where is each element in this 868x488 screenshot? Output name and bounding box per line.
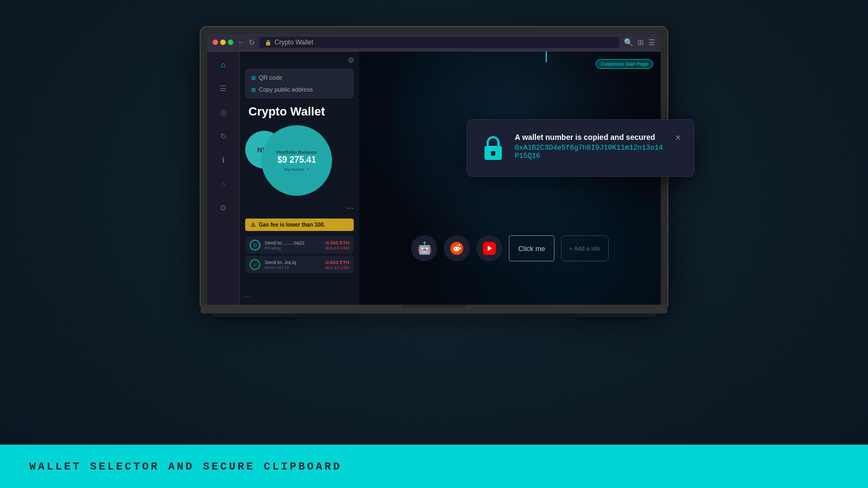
svg-rect-4 xyxy=(491,151,495,156)
wallet-gear-icon[interactable]: ⚙ xyxy=(348,56,355,65)
laptop-hinge xyxy=(401,305,467,308)
bookmark-reddit[interactable] xyxy=(444,235,470,261)
sidebar-info-icon[interactable]: ℹ xyxy=(216,152,231,168)
copy-address-item[interactable]: ⊞ Copy public address xyxy=(246,84,353,95)
tx-to-2: Send to: JoLiq xyxy=(265,260,320,265)
back-button[interactable]: ← xyxy=(238,38,245,47)
sidebar-circle-icon[interactable]: ○ xyxy=(216,176,231,191)
notification-lock-icon-wrap xyxy=(480,133,506,163)
browser-chrome: ← ↻ 🔒 Crypto Wallet 🔍 ⊞ ☰ xyxy=(207,34,661,52)
copy-label: Copy public address xyxy=(259,86,313,93)
customize-start-page-button[interactable]: Customize Start Page xyxy=(596,59,653,69)
tx-usd-2: -$12.13 USD xyxy=(324,265,349,270)
bottom-banner-text: WALLET SELECTOR AND SECURE CLIPBOARD xyxy=(29,460,342,473)
forward-button[interactable]: ↻ xyxy=(248,38,255,47)
notification-popup: A wallet number is copied and secured 0x… xyxy=(467,119,694,177)
tx-eth-1: -0.005 ETH xyxy=(324,240,349,246)
transaction-item-2[interactable]: ✓ Send to: JoLiq Done Oct 15 -0.003 ETH … xyxy=(245,256,354,273)
notification-title: A wallet number is copied and secured xyxy=(515,133,666,142)
copy-icon: ⊞ xyxy=(251,87,256,93)
browser-nav: ← ↻ xyxy=(238,38,255,47)
menu-icon[interactable]: ☰ xyxy=(648,38,655,47)
search-icon[interactable]: 🔍 xyxy=(624,38,633,47)
sidebar-refresh-icon[interactable]: ↻ xyxy=(216,129,231,144)
click-me-button[interactable]: Click me xyxy=(509,235,554,261)
wallet-more-options[interactable]: ··· xyxy=(240,201,359,215)
tx-amount-2: -0.003 ETH -$12.13 USD xyxy=(324,260,349,270)
bookmark-youtube[interactable] xyxy=(476,235,502,261)
transaction-item-1[interactable]: ↻ Send to: .......0a22 Pending -0.005 ET… xyxy=(245,236,354,254)
notification-close-button[interactable]: × xyxy=(675,133,681,143)
bookmark-icon-wrap-1: 🤖 xyxy=(411,235,437,261)
tx-details-2: Send to: JoLiq Done Oct 15 xyxy=(265,260,320,270)
tab-bg-overlay xyxy=(359,52,661,305)
add-site-button[interactable]: + Add a site xyxy=(561,235,609,261)
tab-indicator xyxy=(546,52,547,62)
warning-banner: ⚠ Gas fee is lower than 100. xyxy=(245,219,354,231)
bookmark-icon-wrap-youtube xyxy=(476,235,502,261)
tx-pending-icon: ↻ xyxy=(250,240,260,251)
tx-to-1: Send to: .......0a22 xyxy=(265,240,320,246)
lock-icon xyxy=(481,134,505,162)
window-controls xyxy=(213,40,233,45)
laptop-base xyxy=(201,305,667,313)
portfolio-value: $9 275.41 xyxy=(277,155,316,165)
new-tab-area: Customize Start Page 🤖 xyxy=(359,52,661,305)
notification-address: 0xA1B2C3D4e5f6g7h8I9J10K11m12n13o14P15Q1… xyxy=(515,144,666,160)
qr-code-item[interactable]: ⊞ QR code xyxy=(246,72,353,84)
qr-label: QR code xyxy=(259,74,282,81)
qr-icon: ⊞ xyxy=(251,75,256,81)
close-dot[interactable] xyxy=(213,40,218,45)
tx-amount-1: -0.005 ETH -$19.13 USD xyxy=(324,240,349,251)
transaction-list: ↻ Send to: .......0a22 Pending -0.005 ET… xyxy=(245,236,354,273)
laptop-foot xyxy=(212,313,656,317)
warning-icon: ⚠ xyxy=(251,222,256,228)
tx-usd-1: -$19.13 USD xyxy=(324,246,349,251)
wallet-sidebar: ⌂ ☰ ◎ ↻ ℹ ○ ⚙ xyxy=(207,52,240,305)
wallet-dropdown: ⊞ QR code ⊞ Copy public address xyxy=(245,69,354,98)
bookmark-img-1: 🤖 xyxy=(417,241,432,255)
sidebar-wallet-icon[interactable]: ◎ xyxy=(216,105,231,120)
my-assets-link[interactable]: My Assets ↗ xyxy=(284,167,309,172)
wallet-header-bar: ⚙ xyxy=(240,52,359,69)
portfolio-bubble[interactable]: Portfolio Balance $9 275.41 My Assets ↗ xyxy=(261,125,332,196)
tx-status-1: Pending xyxy=(265,246,320,251)
bookmark-icon-wrap-reddit xyxy=(444,235,470,261)
sidebar-home-icon[interactable]: ⌂ xyxy=(216,57,231,72)
browser-actions: 🔍 ⊞ ☰ xyxy=(624,38,655,47)
wallet-bubble-area: NFT Portfolio Balance $9 275.41 My Asset… xyxy=(245,125,354,201)
wallet-title: Crypto Wallet xyxy=(240,102,359,125)
minimize-dot[interactable] xyxy=(220,40,226,45)
notification-content: A wallet number is copied and secured 0x… xyxy=(515,133,666,160)
sidebar-history-icon[interactable]: ☰ xyxy=(216,81,231,96)
lock-icon: 🔒 xyxy=(265,40,271,46)
portfolio-label: Portfolio Balance xyxy=(277,150,317,155)
bookmark-item-1[interactable]: 🤖 xyxy=(411,235,437,261)
bookmark-bar: 🤖 xyxy=(411,235,609,261)
tx-eth-2: -0.003 ETH xyxy=(324,260,349,265)
maximize-dot[interactable] xyxy=(228,40,233,45)
sidebar-settings-icon[interactable]: ⚙ xyxy=(216,200,231,215)
tab-icon[interactable]: ⊞ xyxy=(637,38,644,47)
tx-status-2: Done Oct 15 xyxy=(265,265,320,270)
address-text: Crypto Wallet xyxy=(275,38,314,46)
wallet-bottom-more[interactable]: ··· xyxy=(240,287,359,305)
youtube-icon xyxy=(483,242,496,255)
browser-main: ⚙ ⊞ QR code ⊞ Copy public address xyxy=(240,52,661,305)
browser-content: ⌂ ☰ ◎ ↻ ℹ ○ ⚙ ⚙ xyxy=(207,52,661,305)
warning-text: Gas fee is lower than 100. xyxy=(259,222,325,228)
address-bar[interactable]: 🔒 Crypto Wallet xyxy=(259,37,620,48)
reddit-icon xyxy=(450,242,463,255)
bottom-banner: WALLET SELECTOR AND SECURE CLIPBOARD xyxy=(0,445,868,488)
tx-details-1: Send to: .......0a22 Pending xyxy=(265,240,320,251)
tx-done-icon: ✓ xyxy=(250,259,260,270)
wallet-panel: ⚙ ⊞ QR code ⊞ Copy public address xyxy=(240,52,359,305)
